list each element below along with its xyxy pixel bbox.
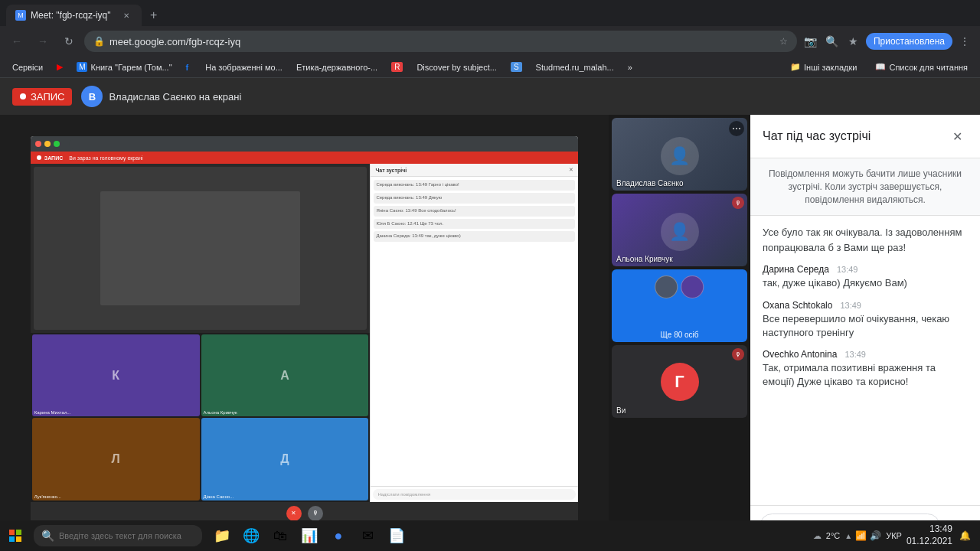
tray-volume-icon: 🔊: [870, 530, 881, 541]
browser-chrome: M Meet: "fgb-rcqz-iyq" ✕ + ← → ↻ 🔒 meet.…: [0, 0, 980, 78]
taskbar-right: ☁ 2°C ▲ 📶 🔊 УКР 13:49 01.12.2021 🔔: [805, 523, 980, 547]
taskbar-app-explorer[interactable]: 📁: [208, 522, 236, 549]
start-button[interactable]: [0, 520, 31, 551]
shared-participants-area: К Карина Михтал... А Альона Кривчук Л Лу…: [31, 164, 371, 502]
screen-share: ЗАПИС Ви зараз на головному екрані: [0, 115, 609, 546]
chat-message-4: Ovechko Antonina 13:49 Так, отримала поз…: [763, 349, 968, 389]
recording-bar: ЗАПИС В Владислав Саєнко на екрані: [0, 78, 980, 115]
shared-rec-bar: ЗАПИС Ви зараз на головному екрані: [31, 152, 579, 164]
shared-p4-letter: Д: [280, 452, 289, 466]
rec-label: ЗАПИС: [31, 91, 64, 103]
bookmark-rdiscovery[interactable]: R: [385, 60, 409, 73]
shared-msg-3: Яніна Саєно: 13:49 Все сподобалось!: [374, 206, 575, 217]
thumb-vladyslav-name: Владислав Саєнко: [616, 179, 684, 187]
shared-blank-screen: [34, 167, 368, 330]
bookmark-image[interactable]: На зображенні мо...: [199, 61, 289, 73]
chat-msg-4-time: 13:49: [844, 350, 866, 359]
bookmark-fb[interactable]: f: [180, 61, 198, 73]
refresh-button[interactable]: ↻: [58, 31, 80, 52]
tray-up-icon[interactable]: ▲: [844, 532, 852, 540]
other-bookmarks[interactable]: 📁 Інші закладки: [784, 60, 863, 73]
menu-icon[interactable]: ⋮: [956, 32, 974, 51]
chat-close-button[interactable]: ✕: [946, 126, 968, 147]
thumb-alona-name: Альона Кривчук: [616, 255, 673, 263]
chat-notice: Повідомлення можуть бачити лише учасники…: [750, 158, 980, 216]
thumb-vladyslav[interactable]: ⋯ 👤 Владислав Саєнко: [612, 118, 747, 191]
presenter-name: Владислав Саєнко на екрані: [109, 91, 241, 103]
thumb-more-people[interactable]: Ще 80 осіб: [612, 269, 747, 342]
svg-rect-0: [9, 530, 15, 535]
shared-screen-placeholder: [100, 191, 300, 305]
facebook-icon: f: [186, 63, 189, 72]
tab-close-meet[interactable]: ✕: [120, 9, 132, 21]
bookmark-book[interactable]: M Книга "Гарем (Том...": [70, 60, 178, 73]
shared-chat-input: Надіслати повідомлення: [373, 489, 576, 500]
shared-presenter-label: Ви зараз на головному екрані: [69, 155, 142, 161]
shared-msg-4: Юля Б Саєно: 12:41 Ще 73 чол.: [374, 219, 575, 230]
taskbar-search-input[interactable]: [59, 531, 194, 540]
thumb-alona[interactable]: 🎙 👤 Альона Кривчук: [612, 194, 747, 266]
chat-msg-3-time: 13:49: [840, 301, 861, 310]
more-avatar-2: [681, 276, 704, 298]
studmed-icon: S: [511, 62, 522, 72]
thumb-menu-vladyslav[interactable]: ⋯: [729, 121, 744, 136]
shared-inner-content: К Карина Михтал... А Альона Кривчук Л Лу…: [31, 164, 579, 502]
bookmark-discover[interactable]: Discover by subject...: [410, 61, 503, 73]
windows-logo: [9, 530, 21, 542]
thumb-alona-mic-off: 🎙: [732, 197, 744, 209]
taskbar-app-word[interactable]: 📄: [383, 522, 410, 549]
more-bookmarks[interactable]: »: [622, 61, 639, 73]
taskbar-app-chrome[interactable]: ●: [325, 522, 352, 549]
shared-p4-name: Діана Саєно...: [204, 494, 234, 499]
bookmark-studmed-icon[interactable]: S: [505, 60, 528, 73]
shared-p2-letter: А: [280, 369, 289, 383]
search-icon[interactable]: 🔍: [823, 32, 841, 51]
bookmark-studmed[interactable]: Studmed.ru_malah...: [530, 61, 620, 73]
chat-message-1: Усе було так як очікувала. Із задоволенн…: [763, 225, 968, 255]
shared-p1-name: Карина Михтал...: [34, 410, 71, 415]
thumb-you[interactable]: 🎙 Г Ви: [612, 345, 747, 418]
tab-meet[interactable]: M Meet: "fgb-rcqz-iyq" ✕: [6, 5, 142, 26]
presenter-info: В Владислав Саєнко на екрані: [81, 86, 241, 107]
shared-p3: Л Лук'яненко...: [32, 418, 200, 500]
taskbar-app-store[interactable]: 🛍: [266, 522, 294, 549]
taskbar-search[interactable]: 🔍: [34, 525, 202, 546]
chat-message-3: Oxana Schtokalo 13:49 Все перевершило мо…: [763, 300, 968, 340]
bookmark-youtube[interactable]: ▶: [51, 60, 69, 73]
video-main: ЗАПИС Ви зараз на головному екрані: [0, 115, 609, 546]
shared-chat-title: Чат зустрічі: [375, 168, 407, 173]
tray-icons: ▲ 📶 🔊: [844, 530, 881, 541]
chat-msg-2-header: Дарина Середа 13:49: [763, 264, 968, 275]
clock-date: 01.12.2021: [906, 536, 952, 548]
bookmark-services-label: Сервіси: [12, 63, 43, 72]
taskbar-app-mail[interactable]: ✉: [354, 522, 381, 549]
address-bar[interactable]: 🔒 meet.google.com/fgb-rcqz-iyq ☆: [84, 31, 797, 52]
forward-button[interactable]: →: [32, 31, 54, 52]
taskbar-app-edge[interactable]: 🌐: [237, 522, 265, 549]
back-button[interactable]: ←: [6, 31, 28, 52]
shared-top-bar: [31, 136, 579, 152]
notification-button[interactable]: 🔔: [957, 528, 972, 543]
bookmark-ethics[interactable]: Етика-державного-...: [290, 61, 384, 73]
window-min-dot: [44, 141, 51, 147]
shared-msg-5: Данина Середа: 13:49 так, дуже цікаво): [374, 231, 575, 242]
taskbar-apps: 📁 🌐 🛍 📊 ● ✉ 📄: [208, 522, 410, 549]
taskbar-app-powerpoint[interactable]: 📊: [296, 522, 323, 549]
chat-msg-2-time: 13:49: [837, 265, 858, 274]
svg-rect-3: [16, 536, 21, 542]
thumb-you-avatar: Г: [661, 363, 699, 401]
account-button[interactable]: Приостановлена: [866, 33, 952, 50]
bookmark-icon[interactable]: ★: [844, 32, 863, 51]
bookmark-services[interactable]: Сервіси: [6, 61, 49, 73]
rec-dot: [20, 93, 26, 99]
new-tab-button[interactable]: +: [145, 6, 163, 24]
chat-msg-4-text: Так, отримала позитивні враження та емоц…: [763, 361, 968, 389]
reading-list[interactable]: 📖 Список для читання: [869, 60, 974, 73]
window-close-dot: [35, 141, 41, 147]
book-icon: M: [77, 62, 87, 72]
chat-msg-3-text: Все перевершило мої очікування, чекаю на…: [763, 312, 968, 340]
bookmarks-bar: Сервіси ▶ M Книга "Гарем (Том..." f На з…: [0, 57, 980, 78]
bookmark-star-icon[interactable]: ☆: [779, 36, 788, 47]
bookmarks-more: 📁 Інші закладки 📖 Список для читання: [784, 60, 974, 73]
camera-icon[interactable]: 📷: [802, 32, 820, 51]
